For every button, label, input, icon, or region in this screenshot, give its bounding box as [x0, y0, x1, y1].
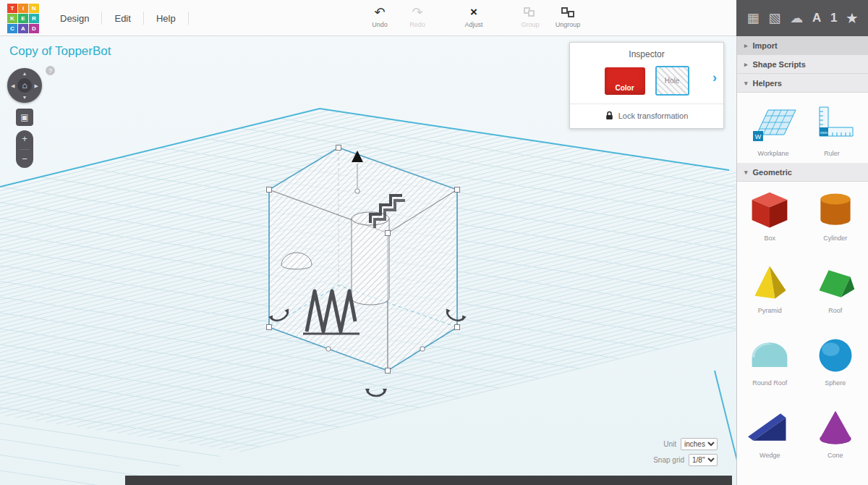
section-geometric[interactable]: ▾ Geometric [737, 163, 868, 182]
shape-label: Sphere [825, 379, 846, 387]
shape-sphere[interactable]: Sphere [803, 334, 868, 406]
shape-pyramid[interactable]: Pyramid [737, 261, 803, 334]
shape-box[interactable]: Box [737, 189, 803, 261]
lock-transformation-label: Lock transformation [618, 111, 689, 120]
pyramid-shape-icon [748, 261, 791, 303]
ungroup-label: Ungroup [556, 21, 581, 28]
tinkercad-logo[interactable]: T I N K E R C A D [7, 4, 39, 33]
logo-tile: T [7, 4, 17, 13]
group-label: Group [521, 21, 539, 28]
redo-button[interactable]: ↷ Redo [404, 4, 431, 28]
shape-wedge[interactable]: Wedge [737, 406, 803, 478]
selected-model[interactable] [267, 146, 467, 397]
fit-view-icon: ▣ [20, 112, 28, 122]
section-shape-scripts[interactable]: ▸ Shape Scripts [737, 55, 868, 74]
logo-tile: A [18, 24, 28, 33]
zoom-controls[interactable]: + − [16, 130, 33, 168]
section-helpers[interactable]: ▾ Helpers [737, 74, 868, 93]
logo-tile: D [29, 24, 39, 33]
home-view-icon[interactable]: ⌂ [17, 78, 32, 93]
mid-edge-handle[interactable] [326, 347, 331, 351]
shape-roof[interactable]: Roof [803, 261, 868, 334]
hole-swatch[interactable]: Hole [655, 66, 689, 96]
logo-tile: K [7, 14, 17, 23]
cone-shape-icon [814, 406, 857, 448]
shape-label: Workplane [758, 150, 789, 157]
rotate-down-icon[interactable]: ▼ [22, 95, 27, 100]
helper-ruler[interactable]: mm Ruler [807, 103, 857, 157]
redo-icon: ↷ [412, 4, 422, 20]
shape-label: Roof [828, 307, 842, 314]
view-navigation-pad[interactable]: ▲ ▼ ◀ ▶ ⌂ ? [7, 68, 42, 103]
zoom-out-button[interactable]: − [22, 155, 27, 164]
svg-text:mm: mm [820, 130, 827, 135]
community-shapes-icon[interactable]: ☁ [790, 10, 803, 26]
zoom-in-button[interactable]: + [22, 135, 27, 143]
geometric-shapes-grid: Box Cylinder Pyramid Roof [737, 182, 868, 485]
inspector-expand-icon[interactable]: › [712, 70, 717, 85]
shape-round-roof[interactable]: Round Roof [737, 334, 803, 406]
rotate-right-icon[interactable]: ▶ [35, 83, 38, 88]
svg-text:W: W [755, 133, 762, 140]
top-toolbar: T I N K E R C A D Design Edit Help ↶ Und… [0, 0, 736, 36]
section-import[interactable]: ▸ Import [737, 36, 868, 55]
snap-grid-label: Snap grid [653, 456, 684, 464]
adjust-icon: × [470, 4, 477, 20]
inspector-title: Inspector [570, 43, 723, 64]
round-roof-shape-icon [748, 334, 791, 376]
inspector-swatches: Color Hole › [570, 64, 723, 104]
shape-label: Pyramid [758, 307, 782, 314]
all-shapes-icon[interactable]: ▦ [746, 10, 759, 26]
shape-label: Wedge [760, 452, 780, 459]
menu-divider [188, 12, 189, 25]
bottom-bar [125, 476, 732, 485]
redo-label: Redo [409, 21, 425, 28]
grid-settings: Unit inches Snap grid 1/8" [653, 438, 718, 466]
fit-view-button[interactable]: ▣ [16, 109, 33, 126]
box-shape-icon [748, 189, 791, 231]
mid-edge-handle[interactable] [420, 347, 425, 351]
hole-swatch-label: Hole [665, 77, 680, 85]
ungroup-icon [561, 7, 574, 18]
design-title[interactable]: Copy of TopperBot [9, 44, 111, 59]
helper-workplane[interactable]: W Workplane [748, 103, 799, 157]
menu-design[interactable]: Design [48, 13, 101, 24]
shape-menu-bar: ▦ ▧ ☁ A 1 ★ [736, 0, 868, 36]
undo-button[interactable]: ↶ Undo [366, 4, 393, 28]
section-import-label: Import [753, 41, 778, 50]
workplane-icon: W [748, 103, 799, 143]
logo-tile: C [7, 24, 17, 33]
snap-grid-select[interactable]: 1/8" [689, 454, 718, 466]
text-shapes-icon[interactable]: A [812, 11, 821, 25]
inner-cylinder [352, 219, 389, 305]
shape-label: Ruler [824, 150, 840, 157]
unit-select[interactable]: inches [681, 438, 718, 450]
logo-tile: N [29, 4, 39, 13]
zoom-divider [20, 149, 30, 150]
number-shapes-icon[interactable]: 1 [830, 11, 837, 25]
adjust-button[interactable]: × Adjust [460, 4, 488, 28]
group-button[interactable]: Group [516, 4, 544, 28]
viewport-3d[interactable]: Copy of TopperBot ▲ ▼ ◀ ▶ ⌂ ? ▣ + − Insp… [0, 36, 736, 485]
help-tip-button[interactable]: ? [46, 66, 55, 75]
solid-shapes-icon[interactable]: ▧ [768, 10, 780, 26]
color-swatch[interactable]: Color [605, 67, 645, 95]
menu-help[interactable]: Help [144, 13, 188, 24]
shape-cylinder[interactable]: Cylinder [803, 189, 868, 261]
top-handle-dot[interactable] [355, 189, 359, 193]
group-icon [524, 7, 537, 18]
rotate-left-icon[interactable]: ◀ [11, 83, 14, 88]
section-helpers-label: Helpers [753, 79, 782, 88]
shape-label: Cone [827, 452, 843, 459]
logo-tile: R [29, 14, 39, 23]
rotate-up-icon[interactable]: ▲ [22, 71, 27, 76]
section-shape-scripts-label: Shape Scripts [753, 60, 806, 69]
menu-edit[interactable]: Edit [102, 13, 142, 24]
shapes-sidebar: ▸ Import ▸ Shape Scripts ▾ Helpers W Wor… [736, 36, 868, 485]
lock-icon [605, 111, 613, 120]
favorites-icon[interactable]: ★ [846, 11, 857, 26]
shape-cone[interactable]: Cone [803, 406, 868, 478]
workplane-border-right [715, 371, 736, 463]
ungroup-button[interactable]: Ungroup [554, 4, 582, 28]
lock-transformation-toggle[interactable]: Lock transformation [570, 104, 723, 128]
